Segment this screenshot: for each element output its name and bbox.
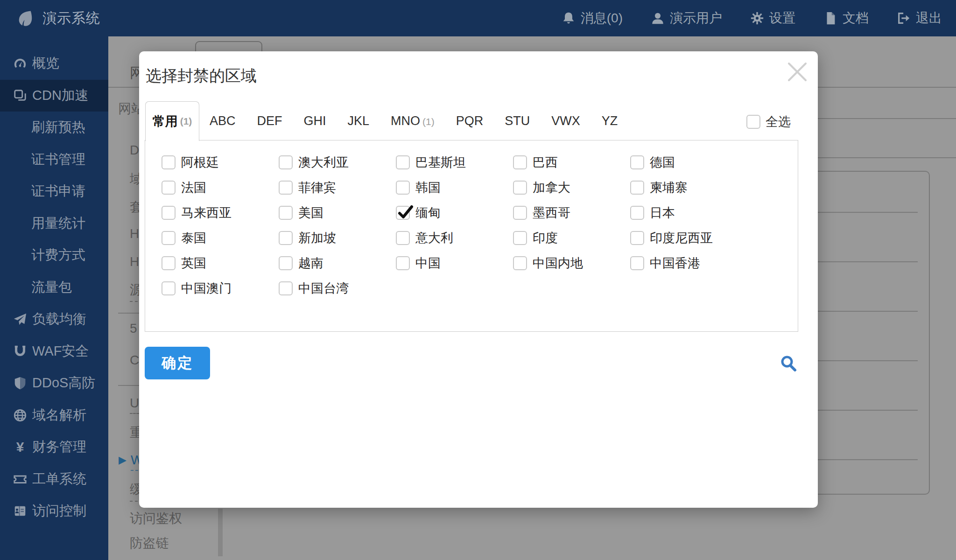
region-checkbox[interactable] [279, 256, 293, 270]
region-option[interactable]: 菲律宾 [279, 181, 396, 206]
region-checkbox[interactable] [630, 231, 644, 245]
region-option[interactable]: 美国 [279, 206, 396, 231]
sidebar-item[interactable]: 流量包 [0, 272, 108, 304]
region-option[interactable]: 法国 [162, 181, 279, 206]
region-option[interactable]: 柬埔寨 [630, 181, 747, 206]
region-checkbox[interactable] [630, 155, 644, 169]
tab[interactable]: 常用(1) [145, 101, 199, 141]
region-option[interactable]: 加拿大 [513, 181, 630, 206]
sidebar-item[interactable]: 刷新预热 [0, 112, 108, 144]
region-label: 中国台湾 [298, 281, 349, 296]
region-option[interactable]: 中国香港 [630, 256, 747, 281]
tab[interactable]: STU [505, 114, 530, 128]
sidebar-item-label: 刷新预热 [31, 118, 85, 137]
tab[interactable]: ABC [210, 114, 236, 128]
bell-icon [562, 11, 576, 25]
sidebar-item[interactable]: ¥ 财务管理 [0, 431, 108, 463]
sidebar-item[interactable]: 证书申请 [0, 175, 108, 208]
region-option[interactable]: 中国 [396, 256, 513, 281]
search-icon [780, 355, 798, 373]
region-option[interactable]: 越南 [279, 256, 396, 281]
tab[interactable]: MNO(1) [391, 114, 435, 128]
search-button[interactable] [780, 355, 798, 373]
sidebar-item[interactable]: 负载均衡 [0, 303, 108, 336]
region-checkbox[interactable] [279, 231, 293, 245]
sign-out-icon [897, 11, 911, 25]
topbar-item[interactable]: 文档 [823, 9, 869, 27]
region-option[interactable]: 英国 [162, 256, 279, 281]
region-checkbox[interactable] [513, 231, 527, 245]
sidebar-item[interactable]: CDN加速 [0, 80, 108, 112]
tab-label: 常用 [153, 113, 178, 130]
region-checkbox[interactable] [630, 206, 644, 220]
tab[interactable]: VWX [551, 114, 580, 128]
region-checkbox[interactable] [162, 206, 176, 220]
tab[interactable]: JKL [348, 114, 370, 128]
region-checkbox[interactable] [162, 281, 176, 295]
region-checkbox[interactable] [162, 181, 176, 195]
topbar-item[interactable]: 演示用户 [651, 9, 722, 27]
region-option[interactable]: 中国内地 [513, 256, 630, 281]
region-option[interactable]: 意大利 [396, 231, 513, 256]
sidebar-item[interactable]: 访问控制 [0, 495, 108, 527]
confirm-button[interactable]: 确定 [145, 347, 210, 379]
tab-label: PQR [456, 114, 484, 128]
close-button[interactable] [785, 60, 809, 84]
sidebar-item[interactable]: DDoS高防 [0, 367, 108, 399]
region-checkbox[interactable] [396, 155, 410, 169]
sidebar-item[interactable]: 证书管理 [0, 144, 108, 176]
topbar-item[interactable]: 退出 [897, 9, 942, 27]
tab-label: VWX [551, 114, 580, 128]
region-checkbox[interactable] [513, 155, 527, 169]
region-option[interactable]: 巴西 [513, 155, 630, 181]
tab[interactable]: GHI [304, 114, 326, 128]
tab[interactable]: PQR [456, 114, 484, 128]
region-option[interactable]: 中国澳门 [162, 281, 279, 307]
sidebar-item[interactable]: 用量统计 [0, 208, 108, 240]
region-option[interactable]: 澳大利亚 [279, 155, 396, 181]
tab[interactable]: YZ [602, 114, 618, 128]
sidebar-item[interactable]: 概览 [0, 48, 108, 80]
sidebar-item[interactable]: 计费方式 [0, 239, 108, 272]
region-option[interactable]: 马来西亚 [162, 206, 279, 231]
region-checkbox[interactable] [513, 181, 527, 195]
sidebar-item[interactable]: WAF安全 [0, 336, 108, 368]
region-checkbox[interactable] [396, 256, 410, 270]
region-checkbox[interactable] [162, 256, 176, 270]
region-option[interactable]: 墨西哥 [513, 206, 630, 231]
region-checkbox[interactable] [279, 206, 293, 220]
region-option[interactable]: 日本 [630, 206, 747, 231]
region-checkbox[interactable] [279, 155, 293, 169]
region-checkbox[interactable] [279, 281, 293, 295]
checkmark-icon [395, 203, 415, 224]
region-checkbox[interactable] [630, 256, 644, 270]
tab-label: GHI [304, 114, 326, 128]
region-option[interactable]: 阿根廷 [162, 155, 279, 181]
region-checkbox[interactable] [162, 231, 176, 245]
region-option[interactable]: 印度 [513, 231, 630, 256]
region-checkbox[interactable] [396, 206, 410, 220]
region-option[interactable]: 德国 [630, 155, 747, 181]
region-checkbox[interactable] [513, 206, 527, 220]
region-option[interactable]: 缅甸 [396, 206, 513, 231]
select-all-checkbox[interactable] [746, 115, 760, 129]
tab[interactable]: DEF [257, 114, 282, 128]
region-checkbox[interactable] [279, 181, 293, 195]
region-checkbox[interactable] [513, 256, 527, 270]
topbar-item[interactable]: 消息(0) [562, 9, 623, 27]
region-option[interactable]: 中国台湾 [279, 281, 396, 307]
region-option[interactable]: 泰国 [162, 231, 279, 256]
region-option[interactable]: 韩国 [396, 181, 513, 206]
region-checkbox[interactable] [630, 181, 644, 195]
region-checkbox[interactable] [396, 181, 410, 195]
file-icon [823, 11, 837, 25]
region-option[interactable]: 巴基斯坦 [396, 155, 513, 181]
topbar-item[interactable]: 设置 [750, 9, 795, 27]
sidebar-item[interactable]: 域名解析 [0, 399, 108, 432]
sidebar-item[interactable]: 工单系统 [0, 463, 108, 496]
select-all-control[interactable]: 全选 [746, 113, 791, 130]
region-option[interactable]: 新加坡 [279, 231, 396, 256]
region-checkbox[interactable] [396, 231, 410, 245]
region-checkbox[interactable] [162, 155, 176, 169]
region-option[interactable]: 印度尼西亚 [630, 231, 747, 256]
